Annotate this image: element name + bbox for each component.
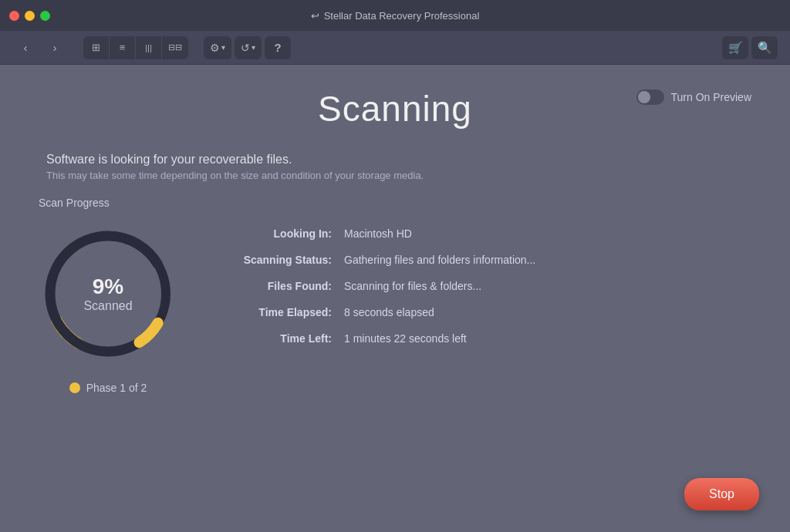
settings-arrow: ▾ bbox=[221, 43, 225, 52]
app-title: Stellar Data Recovery Professional bbox=[324, 10, 480, 22]
status-row-looking-in: Looking In: Macintosh HD bbox=[216, 227, 751, 240]
subtitle-main: Software is looking for your recoverable… bbox=[46, 153, 751, 167]
status-value-files-found: Scanning for files & folders... bbox=[344, 280, 481, 292]
cart-button[interactable]: 🛒 bbox=[722, 36, 748, 59]
help-button[interactable]: ? bbox=[265, 36, 291, 59]
progress-circle-wrapper: 9% Scanned bbox=[39, 224, 177, 363]
status-row-scanning-status: Scanning Status: Gathering files and fol… bbox=[216, 254, 751, 266]
settings-button[interactable]: ⚙ ▾ bbox=[204, 36, 231, 59]
subtitle-sub: This may take some time depending on the… bbox=[46, 170, 751, 181]
nav-buttons: ‹ › bbox=[12, 36, 68, 59]
status-key-scanning-status: Scanning Status: bbox=[216, 254, 332, 266]
main-content: Scanning Turn On Preview Software is loo… bbox=[0, 65, 790, 532]
status-value-looking-in: Macintosh HD bbox=[344, 227, 412, 240]
subtitle-section: Software is looking for your recoverable… bbox=[39, 153, 751, 181]
scan-progress-label: Scan Progress bbox=[39, 197, 110, 209]
view-buttons: ⊞ ≡ ||| ⊟⊟ bbox=[83, 36, 188, 59]
preview-toggle-label: Turn On Preview bbox=[670, 91, 751, 103]
progress-section: Scan Progress bbox=[39, 197, 751, 394]
stop-button[interactable]: Stop bbox=[684, 478, 759, 510]
scan-percent: 9% bbox=[83, 274, 132, 299]
phase-dot bbox=[69, 382, 80, 393]
search-button[interactable]: 🔍 bbox=[751, 36, 778, 59]
status-value-time-left: 1 minutes 22 seconds left bbox=[344, 332, 467, 345]
status-key-files-found: Files Found: bbox=[216, 280, 332, 292]
restore-icon: ↺ bbox=[241, 42, 250, 54]
status-row-time-left: Time Left: 1 minutes 22 seconds left bbox=[216, 332, 751, 345]
grid-view-button[interactable]: ⊞ bbox=[83, 36, 110, 59]
gear-icon: ⚙ bbox=[210, 42, 220, 54]
status-row-time-elapsed: Time Elapsed: 8 seconds elapsed bbox=[216, 306, 751, 318]
column-view-button[interactable]: ||| bbox=[136, 36, 162, 59]
restore-arrow: ▾ bbox=[252, 43, 255, 52]
forward-button[interactable]: › bbox=[42, 36, 68, 59]
restore-button[interactable]: ↺ ▾ bbox=[235, 36, 262, 59]
back-arrow-icon: ↩ bbox=[311, 10, 319, 22]
toolbar: ‹ › ⊞ ≡ ||| ⊟⊟ ⚙ ▾ ↺ ▾ ? 🛒 🔍 bbox=[0, 31, 790, 65]
preview-toggle-container[interactable]: Turn On Preview bbox=[636, 89, 751, 105]
title-bar: ↩ Stellar Data Recovery Professional bbox=[0, 0, 790, 31]
circle-center: 9% Scanned bbox=[83, 274, 132, 313]
toggle-knob bbox=[638, 91, 650, 103]
status-value-scanning-status: Gathering files and folders information.… bbox=[344, 254, 535, 266]
status-key-looking-in: Looking In: bbox=[216, 227, 332, 240]
status-table: Looking In: Macintosh HD Scanning Status… bbox=[216, 197, 751, 345]
circle-progress-container: Scan Progress bbox=[39, 197, 177, 394]
window-title: ↩ Stellar Data Recovery Professional bbox=[311, 10, 480, 22]
back-button[interactable]: ‹ bbox=[12, 36, 39, 59]
status-row-files-found: Files Found: Scanning for files & folder… bbox=[216, 280, 751, 292]
minimize-button[interactable] bbox=[25, 11, 35, 21]
list-view-button[interactable]: ≡ bbox=[110, 36, 136, 59]
preview-toggle-switch[interactable] bbox=[636, 89, 664, 105]
phase-label: Phase 1 of 2 bbox=[86, 382, 147, 394]
close-button[interactable] bbox=[9, 11, 19, 21]
coverflow-view-button[interactable]: ⊟⊟ bbox=[162, 36, 188, 59]
phase-indicator: Phase 1 of 2 bbox=[69, 382, 147, 394]
status-key-time-elapsed: Time Elapsed: bbox=[216, 306, 332, 318]
window-controls[interactable] bbox=[9, 11, 50, 21]
scan-scanned-label: Scanned bbox=[83, 299, 132, 313]
maximize-button[interactable] bbox=[40, 11, 50, 21]
status-value-time-elapsed: 8 seconds elapsed bbox=[344, 306, 434, 318]
status-key-time-left: Time Left: bbox=[216, 332, 332, 345]
